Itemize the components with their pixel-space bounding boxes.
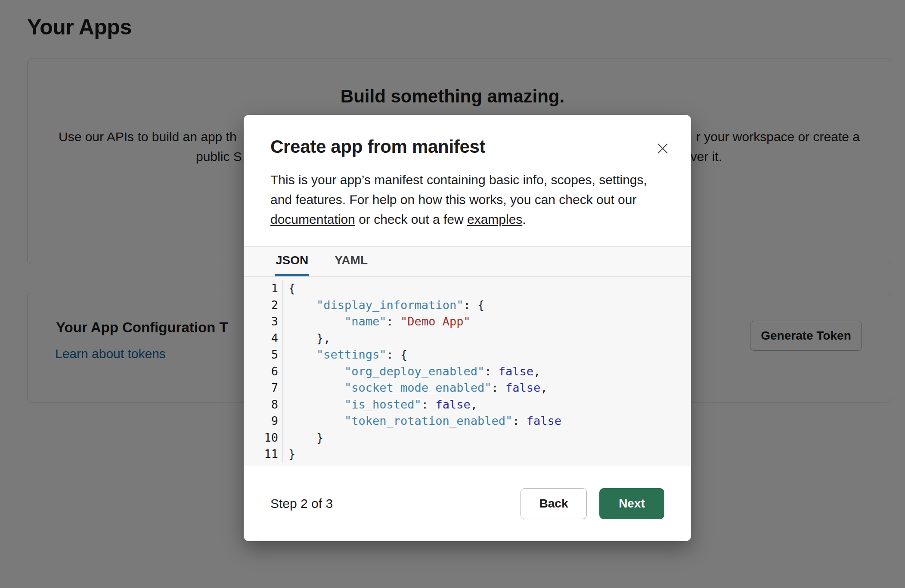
description-text: or check out a few	[355, 212, 467, 226]
tab-yaml[interactable]: YAML	[334, 247, 369, 276]
footer-buttons: Back Next	[521, 488, 664, 519]
code-line: 6 "org_deploy_enabled": false,	[244, 363, 691, 380]
line-number: 9	[244, 413, 283, 430]
tab-json[interactable]: JSON	[275, 247, 309, 276]
code-line: 7 "socket_mode_enabled": false,	[244, 380, 691, 396]
json-manifest-editor[interactable]: 1{2 "display_information": {3 "name": "D…	[244, 277, 691, 466]
code-lines: 1{2 "display_information": {3 "name": "D…	[244, 280, 691, 463]
manifest-format-tabs: JSON YAML	[244, 246, 691, 277]
description-text: .	[522, 212, 526, 226]
modal-footer: Step 2 of 3 Back Next	[270, 466, 664, 541]
close-button[interactable]	[653, 139, 672, 158]
description-text: This is your app’s manifest containing b…	[270, 173, 647, 207]
modal-description: This is your app’s manifest containing b…	[270, 170, 666, 229]
line-number: 8	[244, 396, 283, 413]
line-number: 1	[244, 280, 283, 297]
next-button[interactable]: Next	[599, 488, 664, 519]
examples-link[interactable]: examples	[467, 212, 522, 226]
code-line: 2 "display_information": {	[244, 297, 691, 314]
line-number: 2	[244, 297, 283, 314]
documentation-link[interactable]: documentation	[270, 212, 355, 226]
line-number: 4	[244, 330, 283, 347]
code-line: 10 }	[244, 430, 691, 446]
line-number: 7	[244, 380, 283, 396]
back-button[interactable]: Back	[521, 488, 587, 519]
line-number: 6	[244, 363, 283, 380]
line-number: 3	[244, 313, 283, 330]
code-line: 9 "token_rotation_enabled": false	[244, 413, 691, 430]
code-line: 5 "settings": {	[244, 347, 691, 363]
code-line: 1{	[244, 280, 691, 297]
create-app-from-manifest-modal: Create app from manifest This is your ap…	[244, 115, 691, 541]
close-icon	[655, 141, 670, 156]
step-indicator: Step 2 of 3	[270, 496, 333, 511]
line-number: 11	[244, 446, 283, 463]
code-line: 4 },	[244, 330, 691, 347]
line-number: 5	[244, 347, 283, 363]
code-line: 3 "name": "Demo App"	[244, 313, 691, 330]
line-number: 10	[244, 430, 283, 446]
code-line: 8 "is_hosted": false,	[244, 396, 691, 413]
code-line: 11}	[244, 446, 691, 463]
modal-title: Create app from manifest	[270, 136, 485, 157]
